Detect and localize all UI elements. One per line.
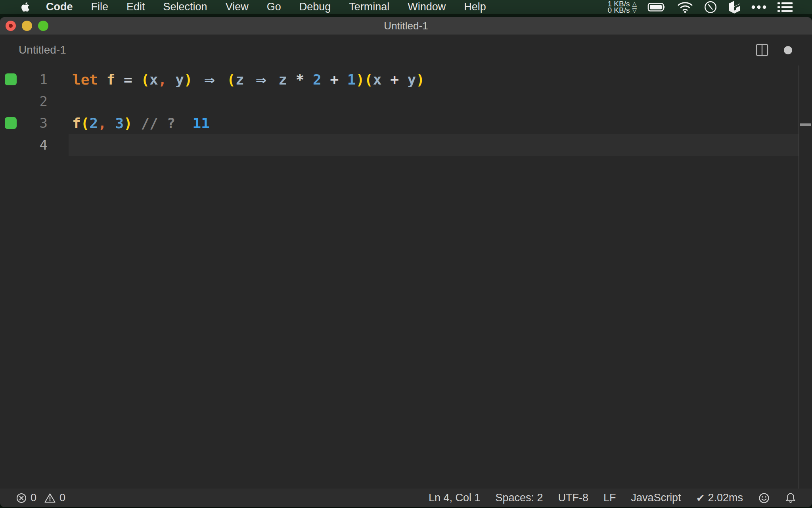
warning-icon xyxy=(44,493,56,504)
overview-ruler-border xyxy=(799,65,799,489)
token-paren: )( xyxy=(356,71,373,88)
smiley-icon xyxy=(758,492,770,504)
menu-item-window[interactable]: Window xyxy=(408,1,446,13)
line-number-1: 1 xyxy=(16,69,48,90)
line-number-3: 3 xyxy=(16,112,48,134)
quokka-run-time-status-item[interactable]: ✔2.02ms xyxy=(696,492,743,504)
token-num: 3 xyxy=(115,115,124,131)
minimize-button[interactable] xyxy=(22,21,32,31)
token-paren: ) xyxy=(124,115,141,131)
token-op2: + xyxy=(390,71,407,88)
menu-item-help[interactable]: Help xyxy=(464,1,486,13)
eol-label: LF xyxy=(603,492,616,504)
token-var: y xyxy=(175,71,184,88)
list-icon[interactable] xyxy=(777,2,793,13)
close-button[interactable] xyxy=(6,21,16,31)
token-var: y xyxy=(408,71,416,88)
encoding-label: UTF-8 xyxy=(558,492,589,504)
token-comment: // ? xyxy=(141,115,184,131)
code-line-1[interactable]: let f = (x, y) ⇒ (z ⇒ z * 2 + 1)(x + y) xyxy=(72,69,425,90)
window-title: Untitled-1 xyxy=(384,20,428,32)
ellipsis-icon[interactable] xyxy=(751,5,766,9)
battery-icon[interactable] xyxy=(647,2,666,12)
code-editor[interactable]: 1let f = (x, y) ⇒ (z ⇒ z * 2 + 1)(x + y)… xyxy=(0,65,812,489)
tab-untitled-1[interactable]: Untitled-1 xyxy=(19,44,66,56)
token-paren: ) xyxy=(416,71,425,88)
token-num: 2 xyxy=(313,71,330,88)
eol-status-item[interactable]: LF xyxy=(603,492,616,504)
vscode-window: Untitled-1 Untitled-1 1let f = (x, y) ⇒ … xyxy=(0,17,812,507)
warning-count: 0 xyxy=(59,492,65,504)
cursor-position-status-item[interactable]: Ln 4, Col 1 xyxy=(429,492,481,504)
menu-item-go[interactable]: Go xyxy=(267,1,281,13)
token-arrow: ⇒ xyxy=(251,69,272,90)
quokka-coverage-indicator xyxy=(5,117,17,129)
token-comma: , xyxy=(158,71,175,88)
check-icon: ✔ xyxy=(696,492,705,504)
menu-item-code[interactable]: Code xyxy=(46,1,73,13)
token-var: x xyxy=(373,71,390,88)
code-line-3[interactable]: f(2, 3) // ? 11 xyxy=(72,112,210,134)
token-paren: ( xyxy=(141,71,149,88)
bell-icon xyxy=(785,492,796,504)
language-mode-status-item[interactable]: JavaScript xyxy=(631,492,681,504)
net-down-speed: 0 KB/s xyxy=(607,7,630,13)
line-number-4: 4 xyxy=(16,134,48,156)
tab-bar: Untitled-1 xyxy=(0,35,812,65)
menu-item-terminal[interactable]: Terminal xyxy=(349,1,389,13)
menu-item-selection[interactable]: Selection xyxy=(163,1,207,13)
token-paren: ( xyxy=(227,71,236,88)
token-arrow: ⇒ xyxy=(199,69,220,90)
token-op: = xyxy=(124,71,141,88)
token-op2: * xyxy=(296,71,313,88)
token-func: f xyxy=(72,115,81,131)
split-editor-icon[interactable] xyxy=(755,43,769,57)
menu-item-debug[interactable]: Debug xyxy=(299,1,331,13)
token-var: x xyxy=(149,71,158,88)
title-bar[interactable]: Untitled-1 xyxy=(0,17,812,35)
clock-icon[interactable] xyxy=(704,0,717,14)
down-triangle-icon: ▽ xyxy=(632,7,637,13)
token-paren: ( xyxy=(81,115,90,131)
language-mode-label: JavaScript xyxy=(631,492,681,504)
wifi-icon[interactable] xyxy=(677,1,693,13)
quokka-run-time-label: 2.02ms xyxy=(708,492,743,504)
token-quokka: 11 xyxy=(184,115,210,131)
quokka-coverage-indicator xyxy=(5,73,17,85)
traffic-lights xyxy=(6,21,48,31)
indentation-status-item[interactable]: Spaces: 2 xyxy=(496,492,543,504)
menu-bar: CodeFileEditSelectionViewGoDebugTerminal… xyxy=(0,0,812,14)
problems-status-item[interactable]: 0 0 xyxy=(16,492,69,504)
menu-item-file[interactable]: File xyxy=(91,1,109,13)
notifications-status-item[interactable] xyxy=(785,492,796,504)
token-comma: , xyxy=(98,115,115,131)
menu-item-edit[interactable]: Edit xyxy=(126,1,145,13)
line-number-2: 2 xyxy=(16,90,48,112)
menu-item-view[interactable]: View xyxy=(226,1,249,13)
network-speed-indicator[interactable]: 1 KB/s△ 0 KB/s▽ xyxy=(607,1,637,13)
overview-ruler-cursor-marker xyxy=(800,123,811,126)
feedback-status-item[interactable] xyxy=(758,492,770,504)
token-num: 1 xyxy=(347,71,356,88)
indentation-label: Spaces: 2 xyxy=(496,492,543,504)
cursor-position-label: Ln 4, Col 1 xyxy=(429,492,481,504)
editor-actions xyxy=(755,35,792,65)
up-triangle-icon: △ xyxy=(632,1,637,7)
apple-logo-icon[interactable] xyxy=(21,2,30,12)
token-op2: + xyxy=(330,71,347,88)
desktop: { "menu_bar": { "items": ["Code", "File"… xyxy=(0,0,812,508)
status-bar: 0 0 Ln 4, Col 1Spaces: 2UTF-8LFJavaScrip… xyxy=(0,489,812,507)
error-icon xyxy=(16,493,27,504)
zoom-button[interactable] xyxy=(38,21,48,31)
token-num: 2 xyxy=(89,115,98,131)
token-keyword: let xyxy=(72,71,107,88)
token-func: f xyxy=(107,71,124,88)
encoding-status-item[interactable]: UTF-8 xyxy=(558,492,589,504)
token-var: z xyxy=(270,71,296,88)
dirty-indicator-dot[interactable] xyxy=(784,46,792,54)
error-count: 0 xyxy=(31,492,36,504)
cube-icon[interactable] xyxy=(728,0,741,14)
current-line-highlight xyxy=(69,134,799,156)
